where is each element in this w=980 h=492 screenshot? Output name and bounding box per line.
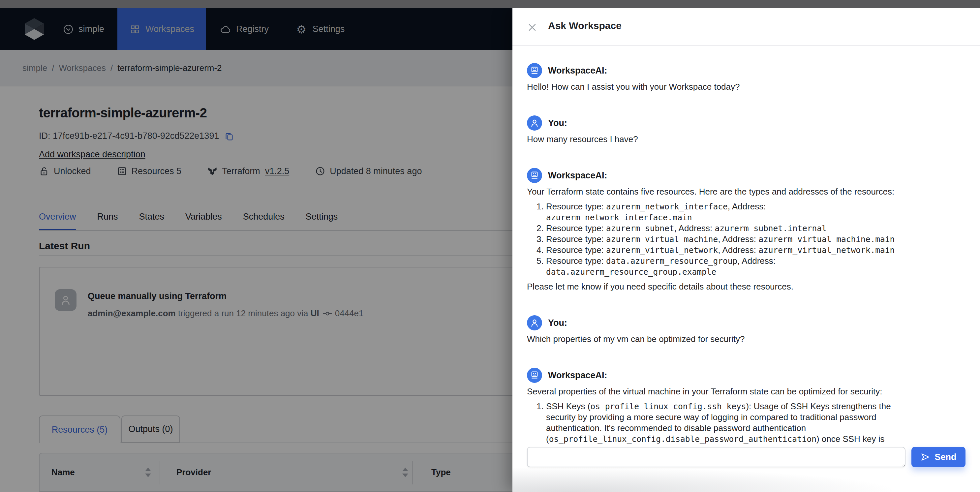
chat-text-line: (os_profile_linux_config.disable_passwor… (546, 434, 971, 444)
column-divider (160, 461, 160, 484)
sort-arrows-icon[interactable] (145, 454, 151, 491)
chat-sender-label: You: (548, 118, 567, 128)
tab-variables[interactable]: Variables (185, 209, 222, 231)
chat-list-item: SSH Keys (os_profile_linux_config.ssh_ke… (546, 401, 971, 444)
copy-icon[interactable] (224, 131, 234, 141)
run-subtitle: admin@example.com triggered a run 12 min… (88, 308, 363, 318)
chat-text-line: Resource type: data.azurerm_resource_gro… (546, 256, 971, 266)
tab-overview[interactable]: Overview (39, 209, 76, 231)
org-switcher[interactable]: simple (63, 8, 104, 50)
run-title[interactable]: Queue manually using Terraform (88, 291, 226, 301)
chat-text-line: data.azurerm_resource_group.example (546, 266, 971, 277)
meta-label: Terraform (222, 166, 260, 177)
run-actor: admin@example.com (88, 308, 176, 318)
send-button[interactable]: Send (912, 447, 966, 467)
tabs-divider (39, 230, 533, 231)
chat-message-header: WorkspaceAI: (527, 63, 971, 78)
chat-text-line: Resource type: azurerm_virtual_network, … (546, 245, 971, 256)
meta-unlocked: Unlocked (39, 166, 91, 177)
org-logo[interactable] (25, 18, 44, 40)
meta-updated: Updated 8 minutes ago (315, 166, 422, 177)
chat-message-header: You: (527, 115, 971, 131)
org-name: simple (78, 24, 104, 34)
panel-bottom-shadow (512, 468, 892, 492)
meta-label: Updated 8 minutes ago (330, 166, 422, 177)
chat-text-line: authentication. It's recommended to disa… (546, 423, 971, 434)
resources-icon (117, 166, 127, 177)
chat-text-line: Resource type: azurerm_virtual_machine, … (546, 234, 971, 245)
chat-text-line: Which properties of my vm can be optimiz… (527, 334, 971, 345)
resources-table-header: NameProviderType (39, 453, 553, 492)
breadcrumb: simple/Workspaces/terraform-simple-azure… (22, 63, 222, 73)
nav-item-label: Settings (313, 24, 345, 34)
column-divider (412, 461, 413, 484)
grid-icon (129, 24, 140, 35)
tab-states[interactable]: States (139, 209, 165, 231)
user-avatar-icon (527, 315, 542, 330)
check-circle-icon (63, 24, 74, 35)
latest-run-heading: Latest Run (39, 240, 90, 252)
workspace-id-row: ID: 17fce91b-e217-4c91-b780-92cd522e1391 (39, 131, 234, 141)
column-header-name[interactable]: Name (51, 454, 75, 491)
sort-arrows-icon[interactable] (402, 454, 408, 491)
workspace-id: ID: 17fce91b-e217-4c91-b780-92cd522e1391 (39, 131, 219, 141)
breadcrumb-separator: / (110, 63, 113, 73)
ask-workspace-panel: Ask Workspace WorkspaceAI:Hello! How can… (512, 8, 980, 492)
chat-list-item: Resource type: azurerm_virtual_machine, … (546, 234, 971, 245)
clock-icon (315, 166, 325, 177)
gear-icon: ⚙ (296, 24, 308, 35)
nav-item-registry[interactable]: Registry (206, 8, 283, 50)
chat-list-item: Resource type: azurerm_subnet, Address: … (546, 223, 971, 234)
window-top-strip (0, 0, 980, 8)
chat-message-user: You:How many resources I have? (527, 115, 971, 145)
chat-message-header: WorkspaceAI: (527, 168, 971, 183)
user-avatar (55, 289, 76, 311)
nav-item-settings[interactable]: ⚙Settings (281, 8, 360, 50)
chat-sender-label: WorkspaceAI: (548, 170, 608, 181)
chat-text-line: Please let me know if you need specific … (527, 281, 971, 292)
latest-run-divider (39, 255, 533, 256)
send-icon (920, 452, 930, 462)
run-action: triggered a run 12 minutes ago via (176, 308, 310, 318)
chat-text-line: Hello! How can I assist you with your Wo… (527, 81, 971, 92)
chat-message-ai: WorkspaceAI:Your Terraform state contain… (527, 168, 971, 292)
add-description-link[interactable]: Add workspace description (39, 150, 145, 159)
chat-text-line: Resource type: azurerm_subnet, Address: … (546, 223, 971, 234)
run-commit[interactable]: 0444e1 (335, 308, 364, 318)
chat-input[interactable] (527, 447, 905, 467)
run-via: UI (310, 308, 319, 318)
meta-terraform: Terraformv1.2.5 (207, 166, 289, 177)
tab-resources[interactable]: Resources (5) (39, 416, 120, 443)
breadcrumb-current: terraform-simple-azurerm-2 (118, 63, 221, 73)
chat-numbered-list: SSH Keys (os_profile_linux_config.ssh_ke… (527, 401, 971, 444)
tab-schedules[interactable]: Schedules (243, 209, 285, 231)
latest-run-card[interactable]: Queue manually using Terraform admin@exa… (39, 267, 553, 396)
screen: simple WorkspacesRegistry⚙Settings simpl… (0, 0, 980, 492)
tab-runs[interactable]: Runs (97, 209, 118, 231)
chat-text-line: SSH Keys (os_profile_linux_config.ssh_ke… (546, 401, 971, 412)
unlock-icon (39, 166, 49, 177)
meta-resources: Resources 5 (117, 166, 182, 177)
chat-sender-label: WorkspaceAI: (548, 370, 608, 381)
tab-settings[interactable]: Settings (305, 209, 338, 231)
column-header-provider[interactable]: Provider (177, 454, 212, 491)
chat-list-item: Resource type: data.azurerm_resource_gro… (546, 256, 971, 277)
cloud-icon (220, 24, 231, 35)
chat-list-item: Resource type: azurerm_network_interface… (546, 201, 971, 223)
chat-sender-label: You: (548, 318, 567, 328)
breadcrumb-link[interactable]: simple (22, 63, 47, 73)
chat-sender-label: WorkspaceAI: (548, 65, 608, 76)
chat-text-line: Your Terraform state contains five resou… (527, 186, 971, 197)
close-icon[interactable] (526, 21, 538, 33)
chat-list-item: Resource type: azurerm_virtual_network, … (546, 245, 971, 256)
tab-outputs[interactable]: Outputs (0) (121, 416, 180, 443)
chat-message-ai: WorkspaceAI:Several properties of the vi… (527, 368, 971, 444)
column-header-type[interactable]: Type (431, 454, 451, 491)
nav-item-workspaces[interactable]: Workspaces (118, 8, 206, 50)
chat-message-user: You:Which properties of my vm can be opt… (527, 315, 971, 345)
breadcrumb-link[interactable]: Workspaces (59, 63, 106, 73)
terraform-icon (207, 166, 218, 177)
chat-message-header: WorkspaceAI: (527, 368, 971, 383)
meta-version-link[interactable]: v1.2.5 (265, 166, 290, 177)
panel-title: Ask Workspace (548, 20, 622, 31)
